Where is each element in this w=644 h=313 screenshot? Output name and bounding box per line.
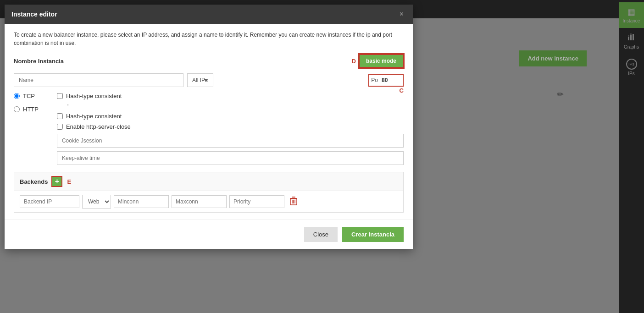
name-input[interactable] — [14, 73, 183, 87]
port-prefix: Po — [369, 75, 380, 86]
modal-overlay: Instance editor × To create a new balanc… — [0, 0, 644, 313]
tcp-label: TCP — [23, 93, 35, 99]
backend-type-select[interactable]: Web — [82, 195, 111, 209]
hash-consistent-1-checkbox[interactable] — [57, 93, 63, 99]
hash-consistent-1-text: Hash-type consistent — [66, 93, 122, 99]
protocol-section: TCP HTTP Hash-type consistent · — [14, 93, 404, 165]
enable-http-close-label[interactable]: Enable http-server-close — [57, 123, 404, 130]
ip-select[interactable]: All IPs — [187, 73, 213, 87]
http-radio-label[interactable]: HTTP — [14, 106, 39, 113]
http-label: HTTP — [23, 106, 39, 113]
minconn-input[interactable] — [114, 195, 169, 208]
hash-consistent-1-label[interactable]: Hash-type consistent — [57, 93, 404, 99]
label-c: C — [400, 87, 404, 94]
instance-editor-modal: Instance editor × To create a new balanc… — [5, 5, 413, 249]
backend-row: Web — [14, 191, 403, 212]
label-e: E — [67, 178, 71, 185]
close-button[interactable]: Close — [304, 227, 338, 242]
basic-mode-button[interactable]: basic mode — [359, 54, 404, 68]
maxconn-input[interactable] — [172, 195, 227, 208]
hash-consistent-2-checkbox[interactable] — [57, 113, 63, 119]
backends-header: Backends + E — [14, 172, 403, 191]
tcp-radio[interactable] — [14, 93, 20, 99]
form-row-name-ip-port: All IPs Po C — [14, 73, 404, 87]
protocol-right: Hash-type consistent · Hash-type consist… — [57, 93, 404, 165]
modal-title: Instance editor — [11, 11, 57, 18]
svg-rect-6 — [292, 197, 295, 198]
modal-header: Instance editor × — [5, 5, 413, 24]
port-input[interactable] — [380, 75, 403, 86]
delete-backend-button[interactable] — [287, 196, 300, 208]
backends-title: Backends — [20, 178, 48, 185]
priority-input[interactable] — [229, 195, 284, 208]
enable-http-close-text: Enable http-server-close — [66, 123, 131, 130]
enable-http-close-checkbox[interactable] — [57, 124, 63, 130]
modal-description: To create a new balancer instance, pleas… — [14, 31, 404, 47]
protocol-options: TCP HTTP — [14, 93, 39, 113]
modal-body: To create a new balancer instance, pleas… — [5, 24, 413, 220]
modal-footer: Close Crear instancia — [5, 220, 413, 249]
divider-dot: · — [57, 101, 404, 109]
keepalive-input[interactable] — [57, 151, 404, 165]
crear-instancia-button[interactable]: Crear instancia — [342, 227, 404, 242]
section-header-row: Nombre Instancia D basic mode — [14, 54, 404, 68]
ip-select-wrap: All IPs — [187, 73, 365, 87]
hash-consistent-2-label[interactable]: Hash-type consistent — [57, 113, 404, 120]
add-backend-button[interactable]: + — [51, 176, 62, 187]
cookie-jsession-input[interactable] — [57, 134, 404, 148]
backend-ip-input[interactable] — [20, 195, 79, 208]
tcp-radio-label[interactable]: TCP — [14, 93, 39, 99]
backends-section: Backends + E Web — [14, 172, 404, 213]
modal-close-button[interactable]: × — [397, 10, 406, 18]
section-label: Nombre Instancia — [14, 58, 64, 65]
label-d: D — [352, 58, 356, 65]
hash-consistent-2-text: Hash-type consistent — [66, 113, 122, 120]
http-radio[interactable] — [14, 106, 20, 112]
port-input-wrap: Po — [368, 74, 404, 87]
